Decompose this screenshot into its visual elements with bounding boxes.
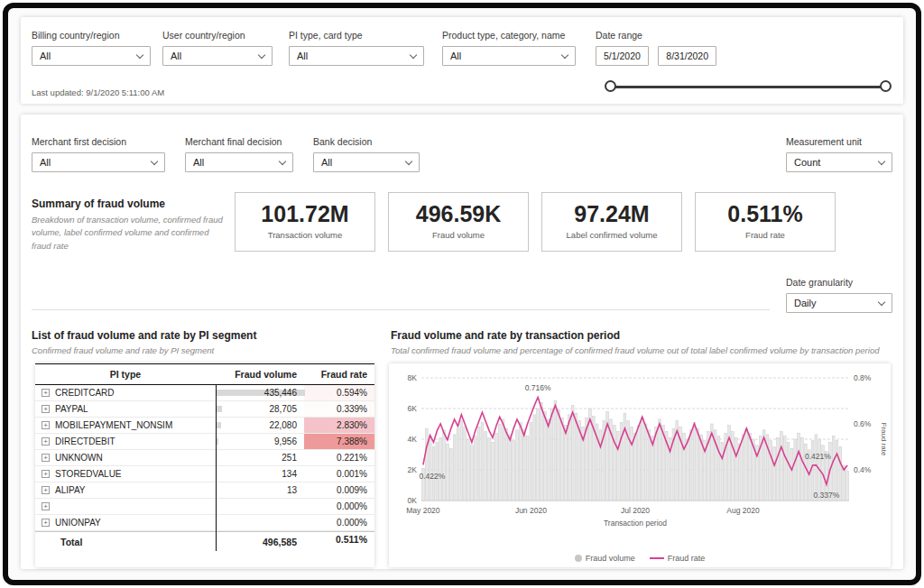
table-row[interactable]: +UNKNOWN2510.221% [35, 450, 374, 466]
measurement-unit-dropdown[interactable]: Count [786, 152, 892, 172]
chevron-down-icon [279, 158, 286, 165]
fraud-rate-cell: 0.000% [304, 515, 374, 530]
kpi-transaction-volume: 101.72M Transaction volume [235, 192, 375, 252]
expand-icon[interactable]: + [42, 502, 50, 510]
fraud-volume-cell: 13 [216, 485, 304, 495]
billing-country-dropdown[interactable]: All [32, 46, 151, 66]
chevron-down-icon [878, 299, 885, 306]
pi-segment-table: PI type Fraud volume Fraud rate +CREDITC… [35, 363, 374, 567]
pi-type-dropdown[interactable]: All [289, 46, 424, 66]
filter-label: Bank decision [313, 136, 420, 147]
svg-text:8K: 8K [408, 373, 418, 382]
svg-text:0.8%: 0.8% [854, 373, 872, 382]
summary-title: Summary of fraud volume [32, 198, 165, 210]
filter-label: Product type, category, name [442, 30, 576, 41]
fraud-rate-legend-marker [650, 557, 664, 559]
expand-icon[interactable]: + [42, 454, 50, 462]
table-row[interactable]: +PAYPAL28,7050.339% [35, 401, 374, 418]
pi-type-label: PAYPAL [55, 404, 88, 414]
chart-section-title: Fraud volume and rate by transaction per… [391, 329, 620, 342]
expand-icon[interactable]: + [42, 486, 50, 494]
dropdown-value: All [171, 51, 181, 61]
expand-icon[interactable]: + [42, 470, 50, 478]
filter-label: User country/region [162, 30, 273, 41]
svg-text:Aug 2020: Aug 2020 [726, 506, 760, 515]
filter-label: Date range [596, 30, 722, 41]
merchant-final-decision-dropdown[interactable]: All [185, 152, 293, 172]
table-row[interactable]: +MOBILEPAYMENT_NONSIM22,0802.830% [35, 418, 374, 434]
legend-fraud-rate: Fraud rate [650, 554, 706, 563]
kpi-value: 97.24M [542, 201, 681, 227]
pi-type-cell: +UNIONPAY [35, 518, 216, 528]
user-country-dropdown[interactable]: All [162, 46, 273, 66]
svg-text:0.4%: 0.4% [854, 465, 872, 474]
chevron-down-icon [878, 158, 885, 165]
table-row[interactable]: +STOREDVALUE1340.001% [35, 466, 374, 482]
filter-label: Merchant first decision [32, 136, 165, 147]
fraud-rate-cell: 0.001% [304, 466, 374, 482]
chevron-down-icon [561, 51, 568, 59]
fraud-rate-cell: 0.221% [304, 450, 374, 465]
y-axis-left-labels: 0K2K4K6K8K [408, 373, 418, 505]
pi-type-cell: + [35, 502, 216, 510]
slider-handle-end[interactable] [880, 80, 892, 92]
chart-section-subtitle: Total confirmed fraud volume and percent… [391, 345, 879, 355]
pi-type-label: CREDITCARD [55, 388, 115, 398]
table-row[interactable]: +0.000% [35, 499, 374, 515]
col-header-fraud-rate[interactable]: Fraud rate [304, 369, 374, 380]
expand-icon[interactable]: + [42, 421, 50, 429]
col-header-fraud-volume[interactable]: Fraud volume [216, 369, 304, 380]
kpi-value: 0.511% [696, 201, 835, 227]
fraud-trend-chart[interactable]: 0K2K4K6K8K0.8%0.6%0.4%Fraud rateMay 2020… [389, 363, 891, 567]
filter-product-type: Product type, category, name All [442, 30, 576, 66]
bank-decision-dropdown[interactable]: All [313, 152, 420, 172]
fraud-volume-cell: 28,705 [216, 404, 304, 414]
table-row[interactable]: +DIRECTDEBIT9,9567.388% [35, 434, 374, 450]
col-header-pi-type[interactable]: PI type [35, 369, 216, 380]
svg-text:2K: 2K [408, 465, 418, 474]
table-row[interactable]: +UNIONPAY0.000% [35, 515, 374, 531]
filter-date-range: Date range 5/1/2020 8/31/2020 [596, 30, 722, 66]
fraud-volume-cell: 134 [216, 469, 304, 479]
date-start-input[interactable]: 5/1/2020 [596, 46, 649, 66]
kpi-label: Label confirmed volume [542, 230, 681, 240]
expand-icon[interactable]: + [42, 405, 50, 413]
date-end-input[interactable]: 8/31/2020 [658, 46, 716, 66]
fraud-volume-legend-marker [575, 555, 582, 562]
table-row[interactable]: +ALIPAY130.009% [35, 482, 374, 499]
expand-icon[interactable]: + [42, 437, 50, 446]
date-granularity-dropdown[interactable]: Daily [786, 293, 892, 313]
pi-type-cell: +STOREDVALUE [35, 469, 216, 479]
slider-track[interactable] [611, 86, 885, 88]
svg-text:0K: 0K [408, 496, 418, 505]
product-type-dropdown[interactable]: All [442, 46, 576, 66]
svg-text:4K: 4K [408, 435, 418, 444]
pi-type-cell: +DIRECTDEBIT [35, 436, 216, 446]
filter-label: Measurement unit [786, 136, 892, 147]
table-row[interactable]: +CREDITCARD435,4460.594% [35, 385, 374, 401]
expand-icon[interactable]: + [42, 519, 50, 527]
filter-date-granularity: Date granularity Daily [786, 277, 892, 313]
total-fraud-volume: 496,585 [216, 537, 304, 547]
merchant-first-decision-dropdown[interactable]: All [32, 152, 165, 172]
dropdown-value: All [297, 51, 308, 61]
table-section-title: List of fraud volume and rate by PI segm… [32, 329, 256, 342]
svg-text:0.337%: 0.337% [814, 491, 840, 500]
svg-text:0.6%: 0.6% [854, 419, 872, 428]
slider-handle-start[interactable] [605, 80, 616, 92]
pi-type-cell: +MOBILEPAYMENT_NONSIM [35, 420, 216, 430]
svg-text:0.421%: 0.421% [805, 452, 831, 461]
fraud-rate-cell: 0.000% [304, 499, 374, 514]
fraud-rate-cell: 7.388% [304, 434, 374, 449]
pi-table-rows: +CREDITCARD435,4460.594%+PAYPAL28,7050.3… [35, 385, 374, 531]
date-range-slider[interactable] [605, 80, 891, 94]
volume-bars[interactable] [422, 401, 849, 501]
fraud-rate-cell: 0.594% [304, 385, 374, 400]
pi-type-label: DIRECTDEBIT [55, 436, 116, 446]
filter-bank-decision: Bank decision All [313, 136, 420, 172]
chevron-down-icon [151, 158, 158, 165]
expand-icon[interactable]: + [42, 389, 50, 397]
dropdown-value: All [40, 157, 51, 168]
top-filter-panel: Billing country/region All User country/… [21, 17, 903, 104]
filter-measurement-unit: Measurement unit Count [786, 136, 892, 172]
